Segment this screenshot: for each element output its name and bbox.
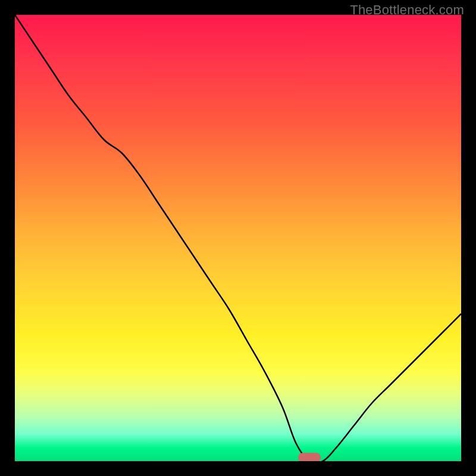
- chart-background-gradient: [15, 15, 461, 461]
- chart-plot-area: [15, 15, 461, 461]
- chart-frame: TheBottleneck.com: [0, 0, 476, 476]
- watermark-text: TheBottleneck.com: [350, 2, 464, 18]
- min-marker: [298, 453, 321, 461]
